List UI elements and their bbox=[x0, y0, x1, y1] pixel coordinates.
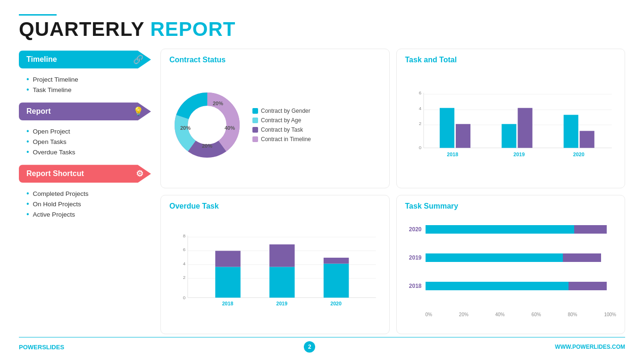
bar-2018-purple bbox=[456, 124, 470, 148]
contract-status-card: Contract Status bbox=[160, 49, 390, 188]
legend-item: Contract in Timeline bbox=[252, 136, 311, 143]
svg-text:4: 4 bbox=[183, 261, 186, 266]
main-content: Timeline 🔗 Project Timeline Task Timelin… bbox=[19, 49, 625, 334]
contract-status-title: Contract Status bbox=[169, 56, 381, 64]
sidebar-report-items: Open Project Open Tasks Overdue Tasks bbox=[19, 124, 151, 161]
overdue-2019-purple bbox=[269, 244, 295, 267]
sidebar: Timeline 🔗 Project Timeline Task Timelin… bbox=[19, 49, 151, 334]
ts-bar-cyan-2019 bbox=[426, 253, 563, 262]
svg-text:20%: 20% bbox=[213, 101, 223, 106]
legend-dot-cyan bbox=[252, 108, 258, 114]
ts-bar-purple-2018 bbox=[569, 282, 607, 290]
report-icon: 💡 bbox=[133, 106, 143, 117]
sidebar-report-label: Report bbox=[26, 107, 51, 116]
ts-axis-label: 100% bbox=[604, 312, 616, 317]
page-number: 2 bbox=[304, 341, 315, 353]
ts-row-2018: 2018 bbox=[405, 282, 617, 290]
list-item[interactable]: Overdue Tasks bbox=[26, 147, 151, 157]
list-item[interactable]: Active Projects bbox=[26, 209, 151, 219]
ts-x-axis: 0% 20% 40% 60% 80% 100% bbox=[405, 312, 617, 317]
bar-2019-purple bbox=[518, 108, 532, 148]
svg-point-5 bbox=[188, 106, 226, 144]
bar-2020-purple bbox=[579, 131, 594, 148]
sidebar-shortcut-badge[interactable]: Report Shortcut ⚙ bbox=[19, 165, 151, 183]
legend-dot-light-purple bbox=[252, 136, 258, 142]
list-item[interactable]: Open Tasks bbox=[26, 136, 151, 147]
list-item[interactable]: Task Timeline bbox=[26, 84, 151, 95]
ts-year-label: 2020 bbox=[405, 226, 422, 233]
ts-axis-label: 40% bbox=[495, 312, 505, 317]
overdue-2018-cyan bbox=[215, 267, 241, 297]
legend-label: Contract by Age bbox=[261, 117, 301, 124]
ts-row-2020: 2020 bbox=[405, 225, 617, 234]
ts-year-label: 2018 bbox=[405, 283, 422, 289]
ts-bar-2020 bbox=[426, 225, 617, 234]
page-title: QUARTERLY REPORT bbox=[19, 18, 625, 40]
svg-text:2018: 2018 bbox=[222, 301, 234, 306]
legend-label: Contract in Timeline bbox=[261, 136, 311, 143]
page: QUARTERLY REPORT Timeline 🔗 Project Time… bbox=[0, 0, 644, 362]
overdue-svg: 8 6 4 2 0 bbox=[169, 215, 381, 327]
task-total-chart: 6 4 2 0 2018 bbox=[405, 69, 617, 181]
charts-area: Contract Status bbox=[160, 49, 625, 334]
timeline-icon: 🔗 bbox=[133, 54, 143, 65]
svg-text:4: 4 bbox=[418, 106, 421, 111]
donut-chart: 20% 40% 20% 20% bbox=[169, 87, 245, 163]
list-item[interactable]: Project Timeline bbox=[26, 74, 151, 84]
contract-status-content: 20% 40% 20% 20% Contract by Gender bbox=[169, 69, 381, 181]
ts-bar-cyan-2018 bbox=[426, 282, 569, 290]
title-blue: REPORT bbox=[150, 18, 235, 40]
ts-axis-label: 20% bbox=[459, 312, 468, 317]
sidebar-shortcut-label: Report Shortcut bbox=[26, 169, 84, 178]
bar-2019-cyan bbox=[502, 124, 516, 148]
svg-text:2019: 2019 bbox=[276, 301, 287, 306]
overdue-2018-purple bbox=[215, 251, 241, 267]
bar-2020-cyan bbox=[563, 115, 578, 148]
task-summary-content: 2020 2019 2018 bbox=[405, 215, 617, 327]
svg-text:8: 8 bbox=[183, 233, 185, 238]
svg-text:6: 6 bbox=[183, 247, 185, 252]
svg-text:40%: 40% bbox=[225, 125, 235, 131]
list-item[interactable]: Open Project bbox=[26, 126, 151, 136]
footer-brand: POWERSLIDES bbox=[19, 344, 64, 351]
ts-axis-label: 60% bbox=[532, 312, 541, 317]
svg-text:2: 2 bbox=[418, 121, 421, 126]
footer-website: WWW.POWERLIDES.COM bbox=[555, 344, 625, 350]
sidebar-shortcut-items: Completed Projects On Hold Projects Acti… bbox=[19, 186, 151, 223]
svg-text:0: 0 bbox=[183, 295, 186, 300]
overdue-2019-cyan bbox=[269, 267, 295, 297]
header: QUARTERLY REPORT bbox=[19, 14, 625, 40]
svg-text:2: 2 bbox=[183, 274, 185, 279]
svg-text:6: 6 bbox=[418, 91, 421, 96]
list-item[interactable]: Completed Projects bbox=[26, 188, 151, 199]
overdue-task-title: Overdue Task bbox=[169, 202, 381, 210]
task-summary-card: Task Summary 2020 2019 bbox=[396, 195, 626, 334]
task-total-title: Task and Total bbox=[405, 56, 617, 64]
svg-text:2019: 2019 bbox=[513, 152, 525, 157]
legend-item: Contract by Age bbox=[252, 117, 311, 124]
legend-dot-light-cyan bbox=[252, 118, 258, 123]
shortcut-icon: ⚙ bbox=[136, 168, 143, 179]
ts-bar-cyan-2020 bbox=[426, 225, 575, 234]
task-total-card: Task and Total 6 4 2 0 bbox=[396, 49, 626, 188]
ts-bar-purple-2019 bbox=[563, 253, 601, 262]
svg-text:20%: 20% bbox=[202, 143, 212, 149]
sidebar-timeline-items: Project Timeline Task Timeline bbox=[19, 72, 151, 99]
task-summary-title: Task Summary bbox=[405, 202, 617, 210]
overdue-task-card: Overdue Task 8 6 4 2 0 bbox=[160, 195, 390, 334]
brand-black: POWER bbox=[19, 344, 42, 351]
bar-2018-cyan bbox=[439, 108, 454, 148]
task-total-svg: 6 4 2 0 2018 bbox=[405, 69, 617, 181]
legend-label: Contract by Task bbox=[261, 126, 303, 133]
list-item[interactable]: On Hold Projects bbox=[26, 199, 151, 209]
sidebar-report-badge[interactable]: Report 💡 bbox=[19, 102, 151, 120]
sidebar-timeline-badge[interactable]: Timeline 🔗 bbox=[19, 51, 151, 68]
svg-text:2020: 2020 bbox=[330, 301, 342, 306]
ts-bar-2019 bbox=[426, 253, 617, 262]
title-black: QUARTERLY bbox=[19, 18, 144, 40]
svg-text:20%: 20% bbox=[180, 125, 191, 131]
legend-item: Contract by Gender bbox=[252, 108, 311, 114]
svg-text:2018: 2018 bbox=[447, 152, 458, 157]
legend-label: Contract by Gender bbox=[261, 108, 310, 114]
ts-year-label: 2019 bbox=[405, 254, 422, 261]
